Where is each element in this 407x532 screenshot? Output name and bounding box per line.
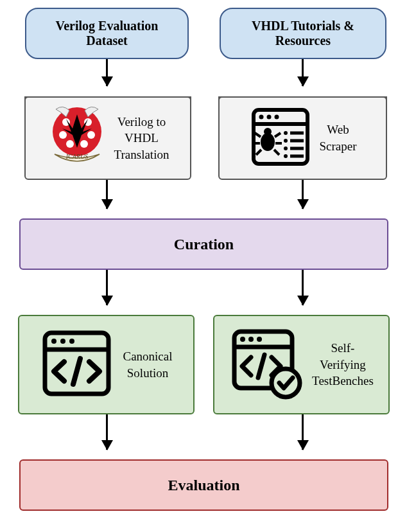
arrow (106, 180, 108, 209)
svg-line-35 (73, 359, 80, 384)
output-right-label: Self- Verifying TestBenches (312, 340, 374, 389)
output-testbenches: Self- Verifying TestBenches (213, 315, 390, 414)
svg-point-6 (66, 140, 74, 148)
arrow (302, 414, 304, 450)
process-translation: ICARUS Verilog to VHDL Translation (24, 96, 191, 180)
svg-text:ICARUS: ICARUS (65, 153, 87, 160)
web-scraper-icon (248, 105, 313, 172)
svg-point-11 (259, 114, 264, 119)
svg-point-39 (248, 337, 254, 342)
code-window-icon (40, 326, 114, 403)
svg-point-15 (264, 128, 272, 136)
arrow (106, 270, 108, 305)
svg-point-4 (59, 131, 67, 139)
input-verilog-dataset: Verilog Evaluation Dataset (25, 8, 189, 59)
svg-point-33 (60, 339, 65, 344)
svg-point-12 (267, 114, 272, 119)
output-left-label: Canonical Solution (123, 348, 172, 381)
svg-point-38 (240, 337, 245, 342)
svg-point-32 (51, 339, 56, 344)
evaluation-title: Evaluation (168, 477, 239, 494)
arrow (302, 180, 304, 209)
svg-point-34 (69, 339, 74, 344)
process-right-label: Web Scraper (319, 121, 356, 154)
svg-point-26 (284, 146, 288, 150)
svg-point-28 (284, 154, 288, 158)
svg-line-20 (256, 150, 261, 155)
svg-point-14 (261, 133, 275, 151)
svg-point-24 (284, 139, 288, 143)
output-canonical-solution: Canonical Solution (18, 315, 195, 414)
input-right-title: VHDL Tutorials & Resources (252, 19, 354, 48)
svg-line-41 (258, 355, 264, 378)
input-left-title: Verilog Evaluation Dataset (56, 19, 159, 48)
arrow (302, 270, 304, 305)
svg-line-21 (274, 150, 279, 155)
svg-point-22 (284, 131, 288, 135)
svg-line-16 (255, 133, 261, 137)
curation-title: Curation (174, 236, 234, 253)
svg-point-7 (80, 140, 88, 148)
svg-point-5 (87, 131, 95, 139)
arrow (106, 59, 108, 86)
arrow (302, 59, 304, 86)
input-vhdl-tutorials: VHDL Tutorials & Resources (220, 8, 386, 59)
arrow (106, 414, 108, 450)
svg-point-40 (257, 337, 262, 342)
process-web-scraper: Web Scraper (218, 96, 387, 180)
evaluation-box: Evaluation (19, 459, 388, 511)
code-window-check-icon (229, 326, 303, 403)
icarus-logo-icon: ICARUS (47, 103, 108, 173)
svg-point-13 (275, 114, 279, 119)
svg-line-17 (275, 133, 281, 137)
process-left-label: Verilog to VHDL Translation (114, 114, 169, 163)
curation-box: Curation (19, 218, 388, 270)
